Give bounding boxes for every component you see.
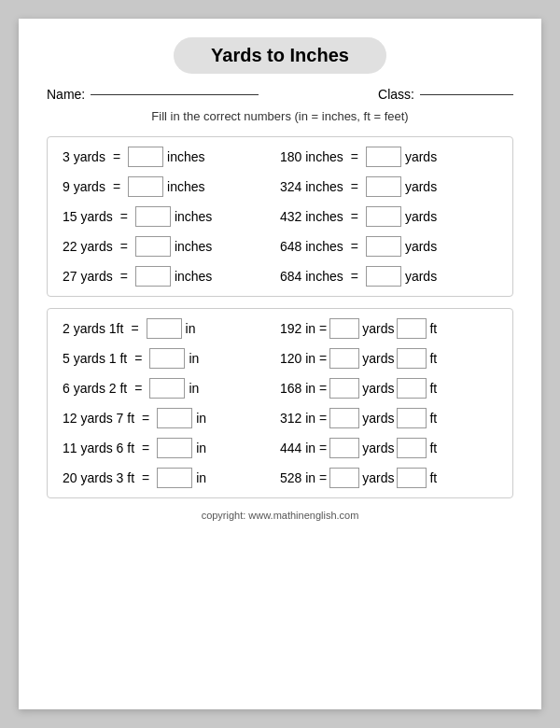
answer-box[interactable]: [329, 438, 359, 458]
answer-box[interactable]: [329, 348, 359, 369]
answer-box[interactable]: [149, 378, 185, 399]
col-right: 648 inches = yards: [280, 236, 497, 257]
equals: =: [142, 441, 149, 455]
left-label: 5 yards 1 ft: [63, 351, 127, 366]
right-label: 168 in =: [280, 381, 327, 396]
answer-box[interactable]: [397, 378, 427, 399]
answer-box[interactable]: [147, 318, 182, 339]
col-left: 6 yards 2 ft = in: [63, 378, 280, 399]
left-label: 15 yards: [63, 209, 113, 224]
right-unit: yards: [405, 209, 437, 224]
left-unit: in: [196, 470, 206, 485]
instructions: Fill in the correct numbers (in = inches…: [47, 109, 513, 123]
right-label: 684 inches: [280, 269, 343, 284]
equals: =: [142, 470, 149, 485]
right-label: 192 in =: [280, 321, 327, 336]
col-right: 192 in = yards ft: [280, 318, 497, 339]
right-unit1: yards: [362, 351, 394, 366]
answer-box[interactable]: [128, 176, 163, 197]
name-class-row: Name: Class:: [47, 87, 513, 102]
answer-box[interactable]: [128, 147, 163, 167]
table-row: 12 yards 7 ft = in 312 in = yards ft: [63, 408, 497, 428]
answer-box[interactable]: [397, 408, 427, 428]
col-right: 324 inches = yards: [280, 176, 497, 197]
col-left: 22 yards = inches: [63, 236, 280, 257]
answer-box[interactable]: [157, 468, 192, 488]
col-left: 9 yards = inches: [63, 176, 280, 197]
answer-box[interactable]: [135, 236, 171, 257]
left-unit: in: [196, 441, 206, 455]
col-left: 27 yards = inches: [63, 266, 280, 287]
class-label: Class:: [378, 87, 414, 102]
answer-box[interactable]: [157, 438, 192, 458]
left-unit: inches: [167, 149, 204, 164]
right-label: 312 in =: [280, 411, 327, 426]
equals: =: [134, 381, 142, 396]
name-input-line[interactable]: [91, 94, 259, 95]
col-right: 180 inches = yards: [280, 147, 497, 167]
col-right: 312 in = yards ft: [280, 408, 497, 428]
answer-box[interactable]: [149, 348, 185, 369]
col-left: 11 yards 6 ft = in: [63, 438, 280, 458]
answer-box[interactable]: [157, 408, 192, 428]
answer-box[interactable]: [135, 206, 171, 227]
equals: =: [351, 239, 358, 254]
answer-box[interactable]: [329, 318, 359, 339]
table-row: 11 yards 6 ft = in 444 in = yards ft: [63, 438, 497, 458]
left-unit: inches: [175, 269, 212, 284]
page-title: Yards to Inches: [174, 37, 386, 74]
equals: =: [113, 179, 120, 194]
left-label: 27 yards: [63, 269, 113, 284]
right-unit1: yards: [362, 411, 394, 426]
answer-box[interactable]: [329, 378, 359, 399]
col-left: 3 yards = inches: [63, 147, 280, 167]
right-unit1: yards: [362, 470, 394, 485]
right-label: 324 inches: [280, 179, 343, 194]
col-right: 120 in = yards ft: [280, 348, 497, 369]
col-right: 528 in = yards ft: [280, 468, 497, 488]
right-label: 648 inches: [280, 239, 343, 254]
table-row: 6 yards 2 ft = in 168 in = yards ft: [63, 378, 497, 399]
equals: =: [120, 209, 128, 224]
right-unit2: ft: [429, 351, 437, 366]
right-unit: yards: [405, 149, 437, 164]
table-row: 9 yards = inches 324 inches = yards: [63, 176, 497, 197]
title-container: Yards to Inches: [47, 37, 513, 74]
class-input-line[interactable]: [420, 94, 513, 95]
right-unit2: ft: [429, 381, 437, 396]
answer-box[interactable]: [397, 468, 427, 488]
answer-box[interactable]: [366, 236, 401, 257]
left-unit: in: [189, 381, 199, 396]
equals: =: [351, 179, 358, 194]
left-label: 11 yards 6 ft: [63, 441, 134, 455]
left-label: 20 yards 3 ft: [63, 470, 134, 485]
answer-box[interactable]: [366, 206, 401, 227]
left-label: 2 yards 1ft: [63, 321, 123, 336]
answer-box[interactable]: [366, 176, 401, 197]
left-unit: inches: [167, 179, 204, 194]
table-row: 20 yards 3 ft = in 528 in = yards ft: [63, 468, 497, 488]
equals: =: [120, 269, 128, 284]
answer-box[interactable]: [366, 266, 401, 287]
right-unit2: ft: [429, 321, 437, 336]
answer-box[interactable]: [329, 408, 359, 428]
left-label: 22 yards: [63, 239, 113, 254]
table-row: 27 yards = inches 684 inches = yards: [63, 266, 497, 287]
right-unit1: yards: [362, 381, 394, 396]
col-right: 444 in = yards ft: [280, 438, 497, 458]
right-unit1: yards: [362, 321, 394, 336]
answer-box[interactable]: [135, 266, 171, 287]
name-label: Name:: [47, 87, 85, 102]
right-label: 180 inches: [280, 149, 343, 164]
left-label: 3 yards: [63, 149, 105, 164]
answer-box[interactable]: [397, 318, 427, 339]
equals: =: [134, 351, 142, 366]
answer-box[interactable]: [366, 147, 401, 167]
equals: =: [351, 149, 358, 164]
left-label: 12 yards 7 ft: [63, 411, 134, 426]
equals: =: [351, 269, 358, 284]
answer-box[interactable]: [329, 468, 359, 488]
answer-box[interactable]: [397, 438, 427, 458]
answer-box[interactable]: [397, 348, 427, 369]
table-row: 15 yards = inches 432 inches = yards: [63, 206, 497, 227]
